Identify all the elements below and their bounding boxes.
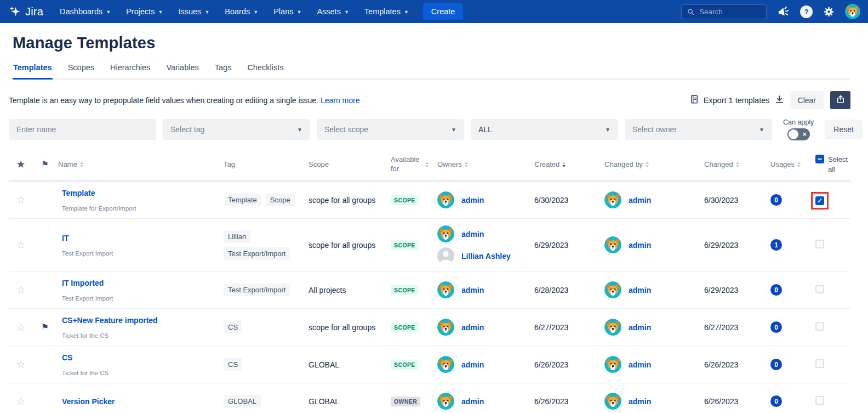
nav-item-assets[interactable]: Assets▼ bbox=[317, 7, 349, 16]
help-icon[interactable]: ? bbox=[800, 5, 813, 18]
learn-more-link[interactable]: Learn more bbox=[321, 96, 360, 105]
owner-filter-dropdown[interactable]: Select owner ▼ bbox=[625, 119, 772, 140]
header-changed-by[interactable]: Changed by bbox=[600, 160, 699, 168]
settings-gear-icon[interactable] bbox=[823, 6, 835, 18]
user-link[interactable]: admin bbox=[629, 286, 651, 295]
user-link[interactable]: admin bbox=[629, 397, 651, 406]
user-link[interactable]: admin bbox=[461, 397, 484, 406]
header-available-for[interactable]: Available for bbox=[386, 155, 433, 173]
user-link[interactable]: admin bbox=[629, 196, 651, 205]
type-filter-dropdown[interactable]: ALL ▼ bbox=[471, 119, 618, 140]
favorite-star-header-icon[interactable]: ★ bbox=[9, 158, 33, 171]
template-name-link[interactable]: CS bbox=[62, 353, 72, 362]
jira-logo[interactable]: Jira bbox=[9, 5, 43, 18]
download-icon[interactable] bbox=[774, 94, 785, 106]
type-filter-value: ALL bbox=[478, 125, 492, 134]
user-avatar[interactable] bbox=[845, 4, 860, 19]
user-link[interactable]: Lillian Ashley bbox=[461, 252, 511, 261]
document-icon bbox=[689, 94, 699, 106]
tab-tags[interactable]: Tags bbox=[214, 63, 232, 80]
nav-item-dashboards[interactable]: Dashboards▼ bbox=[60, 7, 111, 16]
user-link[interactable]: admin bbox=[461, 286, 484, 295]
row-checkbox[interactable] bbox=[815, 322, 824, 331]
reset-button[interactable]: Reset bbox=[825, 120, 863, 139]
tab-templates[interactable]: Templates bbox=[13, 63, 53, 80]
favorite-star-icon[interactable]: ☆ bbox=[16, 321, 25, 333]
name-filter-input[interactable] bbox=[16, 125, 149, 134]
favorite-star-icon[interactable]: ☆ bbox=[16, 194, 25, 206]
favorite-star-icon[interactable]: ☆ bbox=[16, 284, 25, 296]
available-for-badge: SCOPE bbox=[391, 240, 419, 250]
chevron-down-icon: ▼ bbox=[296, 9, 301, 15]
clear-button[interactable]: Clear bbox=[790, 91, 824, 109]
user-link[interactable]: admin bbox=[461, 196, 484, 205]
tag-chips: CS bbox=[219, 321, 304, 333]
announcements-megaphone-icon[interactable] bbox=[777, 5, 790, 18]
template-name-link[interactable]: CS+New Feature imported bbox=[62, 316, 158, 325]
changed-by-cell: admin bbox=[600, 281, 699, 298]
can-apply-toggle[interactable]: × bbox=[787, 128, 810, 140]
user-link[interactable]: admin bbox=[629, 360, 651, 369]
search-input[interactable] bbox=[699, 8, 760, 16]
page-description: Template is an easy way to prepopulate f… bbox=[9, 96, 359, 105]
template-name-link[interactable]: IT bbox=[62, 234, 68, 242]
name-filter[interactable] bbox=[9, 119, 156, 140]
tab-hierarchies[interactable]: Hierarchies bbox=[110, 63, 151, 80]
user-link[interactable]: admin bbox=[461, 323, 484, 332]
template-name-link[interactable]: Template bbox=[62, 189, 95, 197]
owner: admin bbox=[437, 356, 524, 373]
tag-chip: CS bbox=[224, 358, 242, 371]
row-checkbox[interactable] bbox=[815, 285, 824, 293]
nav-item-projects[interactable]: Projects▼ bbox=[126, 7, 163, 16]
dog-avatar-icon bbox=[604, 319, 621, 336]
tag-filter-dropdown[interactable]: Select tag ▼ bbox=[163, 119, 310, 140]
user-link[interactable]: admin bbox=[629, 241, 651, 250]
favorite-star-icon[interactable]: ☆ bbox=[16, 239, 25, 251]
favorite-star-icon[interactable]: ☆ bbox=[16, 359, 25, 370]
header-name[interactable]: Name bbox=[57, 160, 219, 168]
usages-badge: 0 bbox=[770, 359, 782, 370]
scope-filter-dropdown[interactable]: Select scope ▼ bbox=[317, 119, 464, 140]
template-description: Test Export Import bbox=[62, 295, 215, 302]
tag-chip: Scope bbox=[266, 194, 295, 206]
user-link[interactable]: admin bbox=[461, 360, 484, 369]
main-nav: Dashboards▼Projects▼Issues▼Boards▼Plans▼… bbox=[60, 7, 409, 16]
scope-cell: scope for all groups bbox=[304, 241, 386, 250]
chevron-down-icon: ▼ bbox=[759, 127, 764, 133]
row-checkbox[interactable]: ✓ bbox=[815, 196, 824, 205]
dog-avatar-icon bbox=[437, 281, 454, 298]
header-created[interactable]: Created bbox=[529, 160, 600, 168]
row-checkbox[interactable] bbox=[815, 359, 824, 368]
usages-badge: 0 bbox=[770, 194, 782, 206]
template-name-link[interactable]: IT Imported bbox=[62, 279, 104, 287]
header-changed[interactable]: Changed bbox=[699, 160, 766, 168]
global-search[interactable] bbox=[681, 4, 767, 19]
user-link[interactable]: admin bbox=[629, 323, 651, 332]
tab-variables[interactable]: Variables bbox=[165, 63, 199, 80]
tab-checklists[interactable]: Checklists bbox=[247, 63, 284, 80]
header-owners[interactable]: Owners bbox=[433, 160, 529, 168]
header-usages[interactable]: Usages bbox=[766, 160, 806, 168]
row-checkbox[interactable] bbox=[815, 240, 824, 248]
owner: Lillian Ashley bbox=[437, 247, 524, 264]
nav-item-templates[interactable]: Templates▼ bbox=[364, 7, 409, 16]
nav-item-plans[interactable]: Plans▼ bbox=[273, 7, 301, 16]
changed-by-cell: admin bbox=[600, 356, 699, 373]
share-icon bbox=[836, 94, 846, 106]
sort-icon bbox=[80, 162, 83, 167]
export-templates-action[interactable]: Export 1 templates bbox=[689, 94, 785, 106]
select-all-checkbox[interactable] bbox=[815, 155, 824, 163]
owner: admin bbox=[604, 236, 694, 253]
tab-scopes[interactable]: Scopes bbox=[67, 63, 95, 80]
owner: admin bbox=[437, 191, 524, 208]
nav-item-boards[interactable]: Boards▼ bbox=[225, 7, 258, 16]
flag-header-icon[interactable]: ⚑ bbox=[33, 159, 57, 169]
share-button[interactable] bbox=[830, 91, 850, 109]
row-checkbox[interactable] bbox=[815, 396, 824, 405]
user-link[interactable]: admin bbox=[461, 230, 484, 239]
favorite-star-icon[interactable]: ☆ bbox=[16, 395, 25, 407]
template-name-link[interactable]: Version Picker bbox=[62, 397, 115, 406]
changed-date: 6/27/2023 bbox=[699, 323, 766, 332]
create-button[interactable]: Create bbox=[423, 3, 464, 20]
nav-item-issues[interactable]: Issues▼ bbox=[178, 7, 209, 16]
